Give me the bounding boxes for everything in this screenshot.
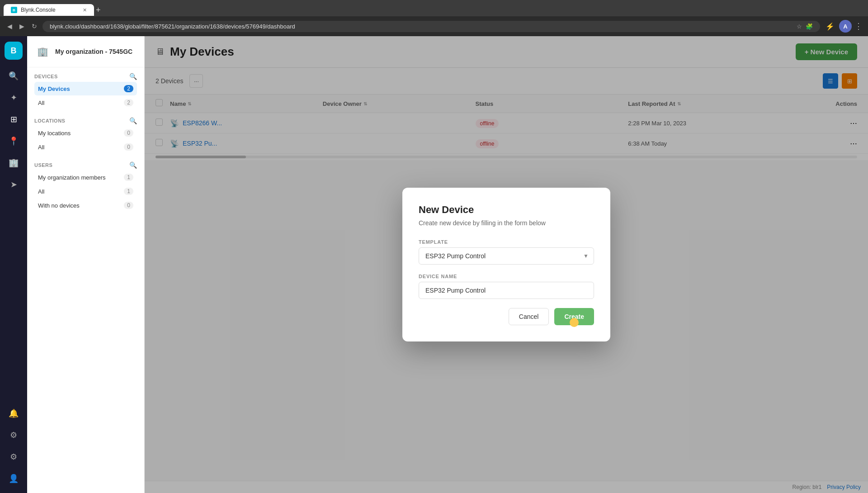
all-devices-badge: 2: [124, 99, 133, 106]
rail-send-icon[interactable]: ➤: [5, 175, 23, 194]
no-devices-badge: 0: [124, 202, 133, 209]
locations-section: LOCATIONS 🔍 My locations 0 All 0: [27, 112, 144, 156]
org-name: My organization - 7545GC: [55, 48, 132, 55]
close-tab-button[interactable]: ✕: [83, 7, 87, 13]
sidebar: 🏢 My organization - 7545GC DEVICES 🔍 My …: [27, 36, 145, 493]
template-form-group: TEMPLATE ESP32 Pump Control ▼: [419, 239, 594, 265]
browser-actions: ⚡ A ⋮: [824, 20, 863, 33]
forward-button[interactable]: ▶: [18, 21, 26, 32]
org-members-label: My organization members: [38, 174, 106, 181]
url-text: blynk.cloud/dashboard/1638/global/filter…: [50, 23, 295, 30]
sidebar-item-all-devices[interactable]: All 2: [34, 96, 137, 109]
all-locations-label: All: [38, 144, 44, 151]
org-icon: 🏢: [34, 43, 51, 60]
app-layout: B 🔍 ✦ ⊞ 📍 🏢 ➤ 🔔 ⚙ ⚙ 👤 🏢 My organization …: [0, 36, 868, 493]
rail-location-icon[interactable]: 📍: [5, 132, 23, 150]
bookmark-icon[interactable]: ☆: [797, 23, 802, 30]
users-search-icon[interactable]: 🔍: [129, 161, 137, 169]
app-logo[interactable]: B: [5, 42, 23, 60]
main-content: 🖥 My Devices + New Device 2 Devices ··· …: [145, 36, 868, 493]
tab-favicon: B: [11, 7, 17, 13]
address-bar[interactable]: blynk.cloud/dashboard/1638/global/filter…: [42, 21, 820, 32]
no-devices-label: With no devices: [38, 202, 80, 209]
locations-section-header: LOCATIONS 🔍: [34, 117, 137, 124]
sidebar-item-no-devices[interactable]: With no devices 0: [34, 199, 137, 212]
my-devices-label: My Devices: [38, 85, 70, 92]
address-bar-icons: ☆ 🧩: [797, 23, 813, 30]
locations-section-label: LOCATIONS: [34, 118, 65, 123]
refresh-button[interactable]: ↻: [30, 21, 39, 32]
devices-search-icon[interactable]: 🔍: [129, 73, 137, 80]
users-section: USERS 🔍 My organization members 1 All 1 …: [27, 156, 144, 214]
modal-overlay: New Device Create new device by filling …: [145, 36, 868, 493]
icon-rail: B 🔍 ✦ ⊞ 📍 🏢 ➤ 🔔 ⚙ ⚙ 👤: [0, 36, 27, 493]
tab-bar: B Blynk.Console ✕ +: [0, 0, 868, 16]
extensions-icon[interactable]: 🧩: [806, 23, 813, 30]
all-devices-label: All: [38, 100, 44, 106]
devices-section-header: DEVICES 🔍: [34, 73, 137, 80]
rail-star-icon[interactable]: ✦: [5, 89, 23, 107]
sidebar-item-all-locations[interactable]: All 0: [34, 140, 137, 154]
device-name-input[interactable]: [419, 282, 594, 299]
modal-subtitle: Create new device by filling in the form…: [419, 219, 594, 227]
rail-grid-icon[interactable]: ⊞: [5, 110, 23, 128]
users-section-header: USERS 🔍: [34, 161, 137, 169]
template-select[interactable]: ESP32 Pump Control: [419, 247, 594, 265]
browser-menu-button[interactable]: ⋮: [854, 21, 863, 31]
new-device-modal: New Device Create new device by filling …: [402, 188, 610, 341]
my-locations-label: My locations: [38, 130, 71, 137]
rail-building-icon[interactable]: 🏢: [5, 154, 23, 172]
sidebar-item-all-users[interactable]: All 1: [34, 185, 137, 198]
rail-settings-icon[interactable]: ⚙: [5, 426, 23, 444]
modal-footer: Cancel Create: [419, 308, 594, 325]
all-users-label: All: [38, 188, 44, 195]
device-name-label: DEVICE NAME: [419, 274, 594, 279]
my-devices-badge: 2: [124, 85, 133, 92]
loading-indicator: [570, 318, 579, 327]
browser-chrome: B Blynk.Console ✕ + ◀ ▶ ↻ blynk.cloud/da…: [0, 0, 868, 36]
modal-title: New Device: [419, 204, 594, 216]
users-section-label: USERS: [34, 162, 52, 168]
tab-title: Blynk.Console: [21, 7, 56, 13]
device-name-form-group: DEVICE NAME: [419, 274, 594, 299]
template-value: ESP32 Pump Control: [425, 252, 486, 260]
sidebar-item-my-locations[interactable]: My locations 0: [34, 126, 137, 140]
template-select-wrapper: ESP32 Pump Control ▼: [419, 247, 594, 265]
new-tab-button[interactable]: +: [96, 5, 101, 15]
sidebar-item-my-devices[interactable]: My Devices 2: [34, 82, 137, 95]
rail-search-icon[interactable]: 🔍: [5, 67, 23, 85]
template-label: TEMPLATE: [419, 239, 594, 245]
create-button[interactable]: Create: [554, 308, 594, 325]
org-header: 🏢 My organization - 7545GC: [27, 36, 144, 67]
locations-search-icon[interactable]: 🔍: [129, 117, 137, 124]
my-locations-badge: 0: [124, 129, 133, 137]
devices-section-label: DEVICES: [34, 74, 58, 79]
rail-user-icon[interactable]: 👤: [5, 469, 23, 488]
rail-help-icon[interactable]: ⚙: [5, 448, 23, 466]
all-users-badge: 1: [124, 188, 133, 195]
rail-bell-icon[interactable]: 🔔: [5, 404, 23, 422]
cancel-button[interactable]: Cancel: [509, 308, 549, 325]
devices-section: DEVICES 🔍 My Devices 2 All 2: [27, 67, 144, 112]
all-locations-badge: 0: [124, 143, 133, 151]
address-bar-row: ◀ ▶ ↻ blynk.cloud/dashboard/1638/global/…: [0, 16, 868, 36]
back-button[interactable]: ◀: [5, 21, 14, 32]
org-members-badge: 1: [124, 174, 133, 181]
profile-button[interactable]: A: [839, 20, 852, 33]
sidebar-item-org-members[interactable]: My organization members 1: [34, 171, 137, 184]
active-tab[interactable]: B Blynk.Console ✕: [4, 4, 94, 16]
extensions-button[interactable]: ⚡: [824, 20, 836, 33]
